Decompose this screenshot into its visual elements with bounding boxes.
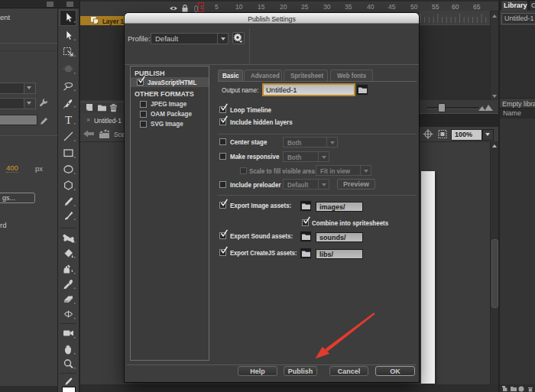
svg-text:T: T [65,114,72,126]
